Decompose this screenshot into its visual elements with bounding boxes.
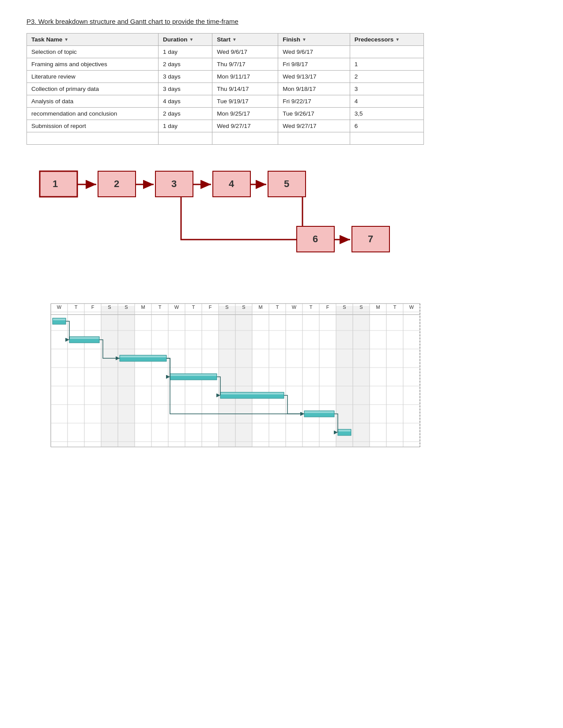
start-dropdown-icon[interactable]: ▼ xyxy=(232,37,237,42)
cell-name-6: Submission of report xyxy=(27,120,159,132)
col-header-duration: Duration ▼ xyxy=(158,34,212,46)
cell-duration-0: 1 day xyxy=(158,46,212,58)
gantt-bar-highlight-6 xyxy=(338,430,351,432)
cell-duration-2: 3 days xyxy=(158,71,212,83)
gantt-day-label-20: T xyxy=(393,304,397,310)
gantt-bar-highlight-5 xyxy=(305,411,334,413)
cell-start-2: Mon 9/11/17 xyxy=(212,71,278,83)
table-row: Submission of report 1 day Wed 9/27/17 W… xyxy=(27,120,424,132)
gantt-day-label-0: W xyxy=(57,304,62,310)
cell-finish-4: Fri 9/22/17 xyxy=(278,95,350,108)
cell-start-5: Mon 9/25/17 xyxy=(212,108,278,120)
cell-finish-0: Wed 9/6/17 xyxy=(278,46,350,58)
cell-duration-6: 1 day xyxy=(158,120,212,132)
cell-pred-1: 1 xyxy=(350,58,423,71)
gantt-bar-highlight-1 xyxy=(70,337,99,339)
node-3-label: 3 xyxy=(171,178,177,189)
cell-start-0: Wed 9/6/17 xyxy=(212,46,278,58)
cell-duration-4: 4 days xyxy=(158,95,212,108)
cell-duration-3: 3 days xyxy=(158,83,212,95)
gantt-day-label-15: T xyxy=(310,304,313,310)
col-header-predecessors: Predecessors ▼ xyxy=(350,34,423,46)
table-row: Literature review 3 days Mon 9/11/17 Wed… xyxy=(27,71,424,83)
table-row: Collection of primary data 3 days Thu 9/… xyxy=(27,83,424,95)
gantt-day-label-7: W xyxy=(174,304,179,310)
cell-pred-2: 2 xyxy=(350,71,423,83)
cell-finish-6: Wed 9/27/17 xyxy=(278,120,350,132)
table-row: Analysis of data 4 days Tue 9/19/17 Fri … xyxy=(27,95,424,108)
table-row: Framing aims and objectives 2 days Thu 9… xyxy=(27,58,424,71)
cell-pred-4: 4 xyxy=(350,95,423,108)
gantt-day-label-5: M xyxy=(141,304,145,310)
cell-finish-1: Fri 9/8/17 xyxy=(278,58,350,71)
gantt-day-label-1: T xyxy=(75,304,78,310)
gantt-day-label-3: S xyxy=(108,304,111,310)
gantt-day-label-6: T xyxy=(159,304,162,310)
cell-name-1: Framing aims and objectives xyxy=(27,58,159,71)
gantt-day-label-9: F xyxy=(209,304,212,310)
network-svg: 1 2 3 4 5 6 7 xyxy=(26,158,424,281)
table-empty-row xyxy=(27,132,424,145)
duration-dropdown-icon[interactable]: ▼ xyxy=(189,37,193,42)
node-6-label: 6 xyxy=(313,233,318,244)
gantt-day-label-2: F xyxy=(91,304,94,310)
cell-name-0: Selection of topic xyxy=(27,46,159,58)
cell-start-4: Tue 9/19/17 xyxy=(212,95,278,108)
col-header-start: Start ▼ xyxy=(212,34,278,46)
cell-pred-3: 3 xyxy=(350,83,423,95)
cell-duration-5: 2 days xyxy=(158,108,212,120)
page-title: P3. Work breakdown structure and Gantt c… xyxy=(26,18,537,25)
gantt-bar-highlight-3 xyxy=(170,374,216,376)
gantt-day-label-19: M xyxy=(376,304,380,310)
cell-start-3: Thu 9/14/17 xyxy=(212,83,278,95)
gantt-bar-highlight-0 xyxy=(53,319,65,320)
arrow-3-6-path xyxy=(181,197,295,240)
cell-name-5: recommendation and conclusion xyxy=(27,108,159,120)
gantt-day-label-10: S xyxy=(225,304,228,310)
cell-pred-6: 6 xyxy=(350,120,423,132)
gantt-bar-highlight-2 xyxy=(120,356,166,357)
network-diagram: 1 2 3 4 5 6 7 xyxy=(26,158,537,281)
col-header-finish: Finish ▼ xyxy=(278,34,350,46)
table-row: Selection of topic 1 day Wed 9/6/17 Wed … xyxy=(27,46,424,58)
gantt-svg: WTFSSMTWTFSSMTWTFSSMTW xyxy=(26,295,424,454)
node-5-label: 5 xyxy=(284,178,289,189)
cell-finish-5: Tue 9/26/17 xyxy=(278,108,350,120)
node-1 xyxy=(40,171,77,197)
gantt-day-label-4: S xyxy=(125,304,128,310)
gantt-day-label-18: S xyxy=(359,304,363,310)
node-2-label: 2 xyxy=(114,178,119,189)
finish-dropdown-icon[interactable]: ▼ xyxy=(302,37,306,42)
gantt-day-label-11: S xyxy=(242,304,245,310)
col-header-taskname: Task Name ▼ xyxy=(27,34,159,46)
gantt-day-label-21: W xyxy=(409,304,414,310)
node-7-label: 7 xyxy=(368,233,373,244)
cell-duration-1: 2 days xyxy=(158,58,212,71)
gantt-chart: WTFSSMTWTFSSMTWTFSSMTW xyxy=(26,295,537,454)
taskname-dropdown-icon[interactable]: ▼ xyxy=(64,37,68,42)
cell-name-2: Literature review xyxy=(27,71,159,83)
gantt-day-label-13: T xyxy=(276,304,279,310)
gantt-day-label-14: W xyxy=(292,304,297,310)
gantt-day-label-16: F xyxy=(326,304,329,310)
gantt-day-label-12: M xyxy=(258,304,262,310)
cell-finish-3: Mon 9/18/17 xyxy=(278,83,350,95)
cell-name-4: Analysis of data xyxy=(27,95,159,108)
cell-pred-0 xyxy=(350,46,423,58)
gantt-day-label-8: T xyxy=(192,304,195,310)
gantt-day-label-17: S xyxy=(343,304,346,310)
table-row: recommendation and conclusion 2 days Mon… xyxy=(27,108,424,120)
gantt-bar-highlight-4 xyxy=(221,393,283,394)
cell-start-6: Wed 9/27/17 xyxy=(212,120,278,132)
predecessors-dropdown-icon[interactable]: ▼ xyxy=(395,37,400,42)
node-4-label: 4 xyxy=(229,178,234,189)
node-1-label: 1 xyxy=(53,178,58,189)
cell-name-3: Collection of primary data xyxy=(27,83,159,95)
cell-pred-5: 3,5 xyxy=(350,108,423,120)
cell-finish-2: Wed 9/13/17 xyxy=(278,71,350,83)
cell-start-1: Thu 9/7/17 xyxy=(212,58,278,71)
task-table: Task Name ▼ Duration ▼ Start ▼ Finish xyxy=(26,33,424,145)
